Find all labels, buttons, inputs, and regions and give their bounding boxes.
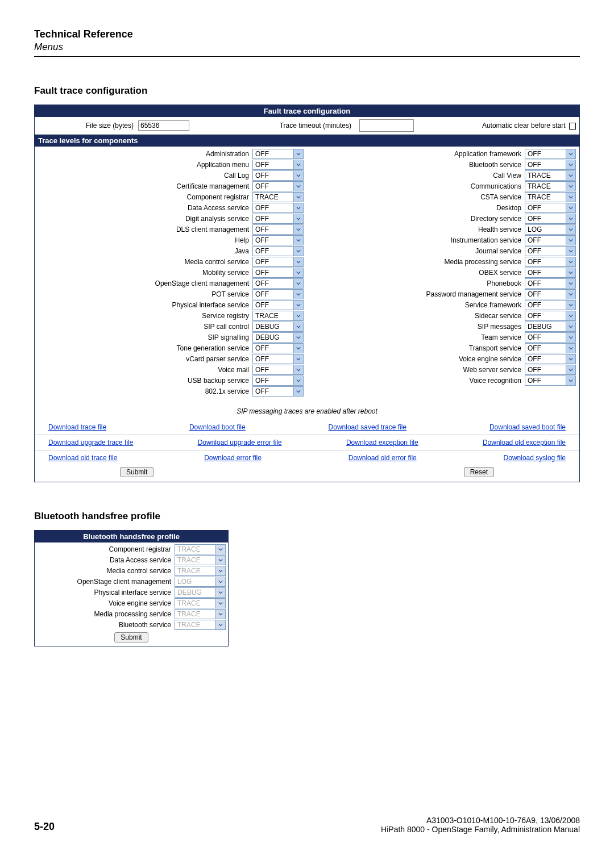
auto-clear-checkbox[interactable] xyxy=(569,123,576,130)
trace-level-select[interactable]: DEBUG xyxy=(252,322,304,332)
trace-component-label: Communications xyxy=(310,182,525,190)
trace-level-select[interactable]: OFF xyxy=(252,160,304,170)
trace-level-select[interactable]: OFF xyxy=(252,170,304,181)
trace-level-value: OFF xyxy=(253,355,293,363)
trace-level-select[interactable]: OFF xyxy=(525,257,576,267)
trace-level-select[interactable]: OFF xyxy=(252,235,304,245)
trace-level-select[interactable]: OFF xyxy=(525,278,576,289)
download-boot-file-link[interactable]: Download boot file xyxy=(189,423,246,431)
trace-level-value: TRACE xyxy=(175,599,215,607)
reset-button[interactable]: Reset xyxy=(464,467,494,477)
trace-level-select[interactable]: OFF xyxy=(525,268,576,278)
trace-level-select[interactable]: OFF xyxy=(525,203,576,213)
chevron-down-icon xyxy=(569,357,573,361)
trace-level-select[interactable]: OFF xyxy=(525,289,576,299)
trace-component-label: vCard parser service xyxy=(38,355,252,363)
select-arrow xyxy=(293,171,303,180)
chevron-down-icon xyxy=(218,558,223,562)
trace-level-select[interactable]: OFF xyxy=(525,343,576,353)
chevron-down-icon xyxy=(569,173,573,178)
select-arrow xyxy=(293,160,303,169)
chevron-down-icon xyxy=(569,206,573,210)
trace-level-value: OFF xyxy=(525,301,566,309)
trace-level-select[interactable]: TRACE xyxy=(525,192,576,202)
file-size-input[interactable] xyxy=(138,120,189,131)
trace-level-select[interactable]: OFF xyxy=(252,354,304,364)
trace-level-select[interactable]: OFF xyxy=(525,311,576,321)
select-arrow xyxy=(566,257,575,266)
trace-level-select[interactable]: OFF xyxy=(252,224,304,235)
chevron-down-icon xyxy=(569,249,573,253)
trace-level-select[interactable]: OFF xyxy=(252,149,304,159)
download-old-trace-file-link[interactable]: Download old trace file xyxy=(48,454,117,462)
trace-level-select[interactable]: OFF xyxy=(252,343,304,353)
download-old-exception-file-link[interactable]: Download old exception file xyxy=(483,439,566,446)
trace-component-label: OpenStage client management xyxy=(37,578,175,586)
trace-level-select[interactable]: OFF xyxy=(525,160,576,170)
trace-level-select[interactable]: OFF xyxy=(252,289,304,299)
trace-level-value: TRACE xyxy=(175,545,215,553)
trace-level-select[interactable]: OFF xyxy=(525,214,576,224)
footer-page: 5-20 xyxy=(34,821,55,833)
trace-level-select[interactable]: OFF xyxy=(252,375,304,386)
trace-level-select[interactable]: OFF xyxy=(525,235,576,245)
trace-level-value: OFF xyxy=(253,236,293,244)
select-arrow xyxy=(293,182,303,191)
trace-component-label: Physical interface service xyxy=(38,301,252,309)
trace-component-label: Phonebook xyxy=(310,279,525,287)
trace-component-label: Component registrar xyxy=(38,193,252,201)
submit-button[interactable]: Submit xyxy=(120,467,154,477)
trace-level-select[interactable]: TRACE xyxy=(252,192,304,202)
trace-level-select[interactable]: OFF xyxy=(525,300,576,310)
trace-level-value: OFF xyxy=(253,161,293,169)
chevron-down-icon xyxy=(296,206,301,210)
download-old-error-file-link[interactable]: Download old error file xyxy=(349,454,417,462)
bt-submit-button[interactable]: Submit xyxy=(114,632,148,642)
select-arrow xyxy=(215,588,225,597)
trace-timeout-input[interactable] xyxy=(359,119,414,132)
trace-level-select[interactable]: OFF xyxy=(252,257,304,267)
download-upgrade-trace-file-link[interactable]: Download upgrade trace file xyxy=(48,439,133,446)
trace-level-value: OFF xyxy=(525,355,566,363)
select-arrow xyxy=(566,344,575,353)
trace-level-select[interactable]: OFF xyxy=(252,278,304,289)
trace-component-label: 802.1x service xyxy=(38,387,252,395)
download-saved-boot-file-link[interactable]: Download saved boot file xyxy=(489,423,566,431)
trace-level-select[interactable]: OFF xyxy=(252,386,304,397)
trace-level-select[interactable]: OFF xyxy=(525,354,576,364)
trace-level-value: TRACE xyxy=(525,182,566,190)
chevron-down-icon xyxy=(296,292,301,297)
download-syslog-file-link[interactable]: Download syslog file xyxy=(504,454,566,462)
trace-level-select[interactable]: OFF xyxy=(252,181,304,191)
trace-level-select[interactable]: OFF xyxy=(252,246,304,256)
trace-level-select[interactable]: TRACE xyxy=(252,311,304,321)
trace-component-label: Help xyxy=(38,236,252,244)
chevron-down-icon xyxy=(569,324,573,329)
trace-component-label: Sidecar service xyxy=(310,312,525,320)
chevron-down-icon xyxy=(569,195,573,199)
trace-level-select[interactable]: OFF xyxy=(525,375,576,386)
download-error-file-link[interactable]: Download error file xyxy=(204,454,262,462)
download-saved-trace-file-link[interactable]: Download saved trace file xyxy=(329,423,406,431)
trace-level-select[interactable]: OFF xyxy=(252,214,304,224)
trace-level-select[interactable]: OFF xyxy=(252,365,304,375)
select-arrow xyxy=(566,247,575,256)
trace-level-select[interactable]: OFF xyxy=(252,300,304,310)
select-arrow xyxy=(293,354,303,364)
trace-level-select[interactable]: OFF xyxy=(252,203,304,213)
section-heading-bt: Bluetooth handsfree profile xyxy=(34,511,580,522)
trace-level-select[interactable]: OFF xyxy=(525,332,576,343)
trace-level-select[interactable]: OFF xyxy=(525,246,576,256)
trace-level-select[interactable]: OFF xyxy=(525,365,576,375)
trace-level-select[interactable]: LOG xyxy=(525,224,576,235)
trace-level-select[interactable]: TRACE xyxy=(525,170,576,181)
trace-level-select[interactable]: OFF xyxy=(525,149,576,159)
trace-level-select[interactable]: OFF xyxy=(252,268,304,278)
trace-level-select[interactable]: DEBUG xyxy=(525,322,576,332)
trace-level-select[interactable]: TRACE xyxy=(525,181,576,191)
trace-component-label: Password management service xyxy=(310,290,525,298)
trace-level-select[interactable]: DEBUG xyxy=(252,332,304,343)
download-upgrade-error-file-link[interactable]: Download upgrade error file xyxy=(198,439,282,446)
download-exception-file-link[interactable]: Download exception file xyxy=(346,439,418,446)
download-trace-file-link[interactable]: Download trace file xyxy=(48,423,106,431)
